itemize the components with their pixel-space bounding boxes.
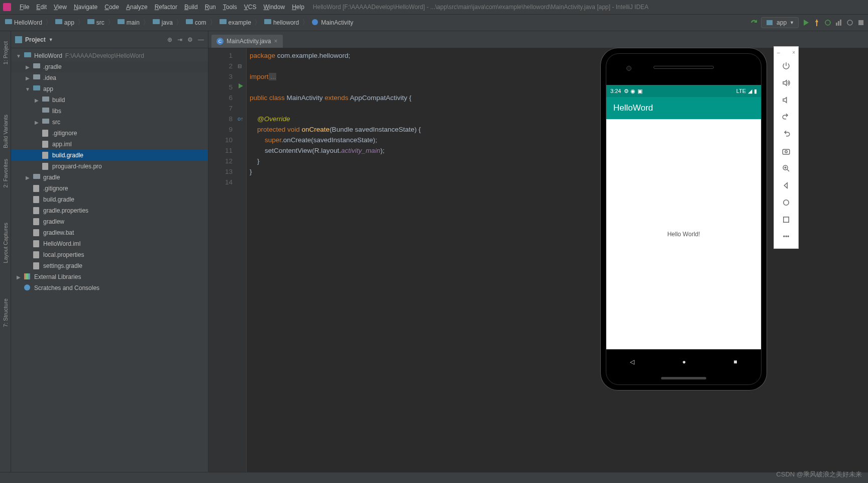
minimize-icon[interactable]: – [777,50,780,55]
crumb-helloword[interactable]: helloword [262,19,301,26]
power-icon[interactable] [777,58,795,73]
tree-item[interactable]: gradlew [11,216,208,227]
tab-structure[interactable]: 7: Structure [3,299,9,327]
watermark-text: CSDN @乘风破浪之美好未来 [776,470,862,479]
sidebar-title[interactable]: Project ▼ [15,36,53,43]
tree-item[interactable]: ▼app [11,83,208,94]
profile-icon[interactable] [835,19,843,27]
crumb-com[interactable]: com [184,19,208,26]
tree-item[interactable]: ▼HelloWordF:\AAAAADevelop\HelloWord [11,50,208,61]
svg-rect-2 [836,23,837,26]
tab-build-variants[interactable]: Build Variants [3,115,9,148]
tree-item[interactable]: ▶.gradle [11,61,208,72]
overview-icon[interactable]: ■ [733,358,737,365]
menu-run[interactable]: Run [201,4,220,11]
app-body: Hello World! [606,119,761,349]
menu-refactor[interactable]: Refactor [151,4,181,11]
menu-tools[interactable]: Tools [220,4,241,11]
tree-item[interactable]: build.gradle [11,150,208,161]
tree-item[interactable]: .gitignore [11,183,208,194]
run-gutter-icon[interactable] [237,82,245,90]
back-icon[interactable]: ◁ [630,358,634,365]
run-config-selector[interactable]: app ▼ [761,17,799,28]
sync-icon[interactable] [750,19,758,27]
crumb-main[interactable]: main [116,19,142,26]
rotate-right-icon[interactable] [777,127,795,142]
tree-item[interactable]: gradle.properties [11,205,208,216]
tree-item[interactable]: libs [11,106,208,117]
crumb-java[interactable]: java [151,19,175,26]
crumb-src[interactable]: src [85,19,106,26]
tree-item[interactable]: settings.gradle [11,260,208,271]
svg-point-5 [847,20,852,25]
tree-item[interactable]: HelloWord.iml [11,238,208,249]
android-nav-bar[interactable]: ◁ ● ■ [606,354,761,369]
crumb-example[interactable]: example [218,19,253,26]
menu-code[interactable]: Code [101,4,123,11]
menu-build[interactable]: Build [181,4,201,11]
tree-item[interactable]: proguard-rules.pro [11,161,208,172]
menu-vcs[interactable]: VCS [241,4,260,11]
home-icon[interactable]: ● [682,358,686,365]
menu-edit[interactable]: Edit [33,4,50,11]
close-icon[interactable]: × [792,50,795,55]
home-icon[interactable] [777,195,795,210]
stop-icon[interactable] [857,19,865,27]
project-tree[interactable]: ▼HelloWordF:\AAAAADevelop\HelloWord▶.gra… [11,48,208,483]
editor-tabs: C MainActivity.java × [208,31,868,48]
home-indicator [661,377,706,379]
svg-rect-6 [858,20,863,25]
gear-icon[interactable]: ⚙ [187,36,193,43]
tree-item[interactable]: build.gradle [11,194,208,205]
file-tab[interactable]: C MainActivity.java × [211,35,283,48]
code-editor[interactable]: 123567891011121314 ⊟ o↑ package com.exam… [208,48,868,483]
network-label: LTE [736,88,746,94]
menu-help[interactable]: Help [288,4,308,11]
minimize-icon[interactable]: — [198,36,204,43]
tree-item[interactable]: Scratches and Consoles [11,282,208,294]
override-icon[interactable]: o↑ [238,114,244,124]
target-icon[interactable]: ⊕ [167,36,172,43]
tree-item[interactable]: ▶src [11,117,208,128]
tab-project[interactable]: 1: Project [3,41,9,64]
menu-view[interactable]: View [50,4,70,11]
overview-icon[interactable] [777,212,795,227]
volume-up-icon[interactable] [777,75,795,90]
tree-item[interactable]: ▶External Libraries [11,271,208,282]
tree-item[interactable]: gradlew.bat [11,227,208,238]
debug-icon[interactable] [824,19,832,27]
more-icon[interactable]: ••• [777,229,795,244]
zoom-icon[interactable] [777,161,795,176]
svg-rect-3 [838,21,839,26]
tree-item[interactable]: ▶.idea [11,72,208,83]
menu-window[interactable]: Window [260,4,288,11]
device-screen[interactable]: 3:24 ⚙ ◉ ▣ LTE ◢ ▮ HelloWord Hello World… [606,85,761,349]
apply-changes-icon[interactable] [813,19,821,27]
menu-analyze[interactable]: Analyze [123,4,151,11]
tree-item[interactable]: ▶build [11,94,208,106]
tree-item[interactable]: app.iml [11,139,208,150]
back-icon[interactable] [777,178,795,193]
menu-file[interactable]: File [16,4,33,11]
crumb-mainactivity[interactable]: MainActivity [310,19,355,26]
run-icon[interactable] [802,19,810,27]
crumb-helloword[interactable]: HelloWord [3,19,44,26]
tree-item[interactable]: ▶gradle [11,172,208,183]
camera-icon[interactable] [777,144,795,159]
volume-down-icon[interactable] [777,92,795,108]
close-icon[interactable]: × [274,38,277,45]
attach-icon[interactable] [846,19,854,27]
rotate-left-icon[interactable] [777,110,795,125]
android-emulator[interactable]: 3:24 ⚙ ◉ ▣ LTE ◢ ▮ HelloWord Hello World… [601,48,767,390]
svg-rect-12 [784,217,789,223]
tree-item[interactable]: .gitignore [11,128,208,139]
crumb-app[interactable]: app [53,19,76,26]
menu-bar: FileEditViewNavigateCodeAnalyzeRefactorB… [0,0,868,14]
collapse-icon[interactable]: ⇥ [177,36,182,43]
tab-layout-captures[interactable]: Layout Captures [3,223,9,263]
tab-favorites[interactable]: 2: Favorites [3,159,9,187]
navigation-bar: HelloWord〉app〉src〉main〉java〉com〉example〉… [0,14,868,31]
tree-item[interactable]: local.properties [11,249,208,260]
svg-point-1 [825,20,830,25]
menu-navigate[interactable]: Navigate [70,4,101,11]
